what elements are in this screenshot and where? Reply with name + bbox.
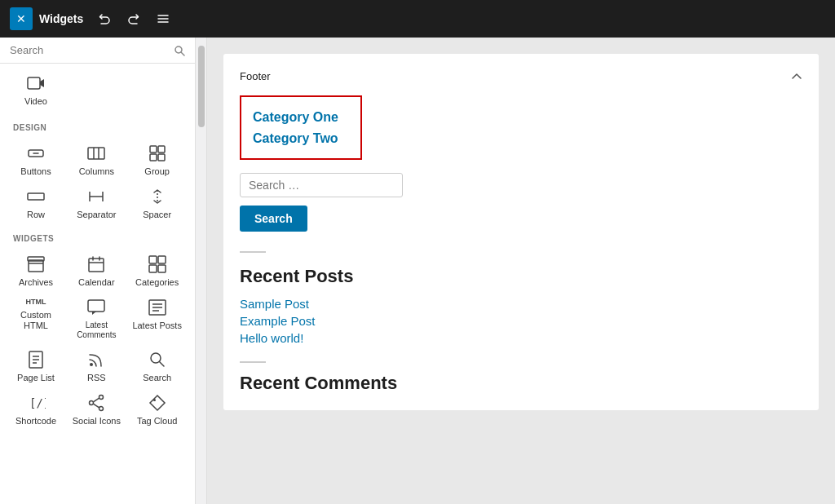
svg-rect-32 [88,300,104,312]
sidebar-item-tag-cloud[interactable]: Tag Cloud [128,387,187,430]
sidebar-item-categories[interactable]: Categories [128,248,187,291]
main-layout: Video DESIGN Buttons [0,38,835,504]
sidebar-item-video[interactable]: Video [7,67,65,110]
sidebar-item-video-label: Video [24,96,47,107]
page-list-icon [26,350,46,369]
svg-rect-21 [29,260,43,272]
shortcode-icon: [/] [26,393,46,413]
buttons-icon [26,144,46,163]
svg-rect-15 [158,154,165,161]
sidebar-item-spacer[interactable]: Spacer [128,180,187,223]
svg-rect-29 [158,256,166,263]
sidebar-item-separator[interactable]: Separator [67,180,126,223]
svg-rect-23 [28,257,44,261]
sidebar-item-rss[interactable]: RSS [67,343,126,387]
svg-rect-16 [28,193,44,200]
svg-rect-30 [149,265,157,272]
archives-icon [26,254,46,274]
sidebar-search-bar [0,38,195,64]
svg-line-44 [159,361,164,366]
top-bar: ✕ Widgets [0,0,835,38]
menu-icon [157,12,170,25]
undo-button[interactable] [93,7,116,30]
category-one-link[interactable]: Category One [253,107,349,128]
svg-point-47 [90,400,94,405]
sidebar-item-latest-comments[interactable]: Latest Comments [67,291,126,343]
svg-line-4 [181,52,184,55]
redo-button[interactable] [122,7,145,30]
recent-comments-title: Recent Comments [240,373,802,394]
spacer-icon [148,187,167,206]
svg-rect-12 [150,146,157,153]
svg-rect-5 [28,77,40,89]
page-title: Widgets [39,12,83,25]
sidebar-item-archives[interactable]: Archives [7,248,65,291]
footer-header: Footer [240,70,802,82]
collapse-icon [791,71,802,82]
group-icon [148,144,167,163]
sidebar-item-custom-html[interactable]: HTML Custom HTML [7,291,65,343]
category-two-link[interactable]: Category Two [253,128,349,149]
close-button[interactable]: ✕ [10,7,33,30]
divider-2 [240,361,266,363]
svg-rect-24 [89,259,104,272]
menu-button[interactable] [152,7,175,30]
svg-point-42 [90,363,93,366]
sidebar-item-social-icons[interactable]: Social Icons [67,387,126,430]
sidebar-item-search[interactable]: Search [128,343,187,387]
recent-post-sample[interactable]: Sample Post [240,297,802,311]
recent-posts-title: Recent Posts [240,266,802,287]
design-section-label: DESIGN [0,113,195,137]
footer-collapse-button[interactable] [791,71,802,82]
svg-rect-31 [158,265,166,272]
search-widget-button[interactable]: Search [240,206,307,232]
svg-text:[/]: [/] [29,396,46,409]
sidebar-scroll: Video DESIGN Buttons [0,64,195,504]
sidebar-item-group[interactable]: Group [128,137,187,180]
tag-cloud-icon [148,393,167,413]
svg-rect-9 [88,148,104,159]
footer-label: Footer [240,70,271,82]
sidebar-item-buttons[interactable]: Buttons [7,137,65,180]
category-block: Category One Category Two [240,95,362,160]
design-grid: Buttons Columns [0,137,195,223]
scrollbar-thumb [198,46,205,127]
video-icon [26,73,46,93]
undo-icon [98,12,111,25]
sidebar-scrollbar[interactable] [196,38,207,504]
divider-1 [240,251,266,253]
search-input[interactable] [10,44,167,56]
recent-post-hello[interactable]: Hello world! [240,331,802,345]
sidebar-item-row[interactable]: Row [7,180,65,223]
latest-comments-icon [86,298,106,317]
columns-icon [86,144,106,163]
recent-post-example[interactable]: Example Post [240,314,802,328]
svg-rect-14 [150,154,157,161]
svg-line-49 [94,398,99,402]
search-widget-icon [148,350,167,369]
calendar-icon [86,254,106,274]
sidebar-item-calendar[interactable]: Calendar [67,248,126,291]
sidebar-item-columns[interactable]: Columns [67,137,126,180]
content-area: Footer Category One Category Two Search … [207,38,835,504]
svg-point-51 [153,399,156,401]
widgets-grid: Archives Calendar [0,248,195,431]
sidebar: Video DESIGN Buttons [0,38,196,504]
svg-rect-13 [158,146,165,153]
row-icon [26,187,46,206]
categories-icon [148,254,167,274]
sidebar-item-page-list[interactable]: Page List [7,343,65,387]
svg-point-48 [99,406,104,410]
sidebar-item-latest-posts[interactable]: Latest Posts [128,291,187,343]
svg-line-50 [94,404,99,408]
svg-rect-28 [149,256,157,263]
svg-point-46 [99,395,104,399]
search-widget-input[interactable] [249,179,394,192]
recent-posts-list: Sample Post Example Post Hello world! [240,297,802,345]
search-icon [174,45,185,56]
social-icons-icon [86,393,106,413]
footer-panel: Footer Category One Category Two Search … [223,54,819,410]
sidebar-item-shortcode[interactable]: [/] Shortcode [7,387,65,430]
custom-html-icon: HTML [26,298,46,307]
separator-icon [86,187,106,206]
